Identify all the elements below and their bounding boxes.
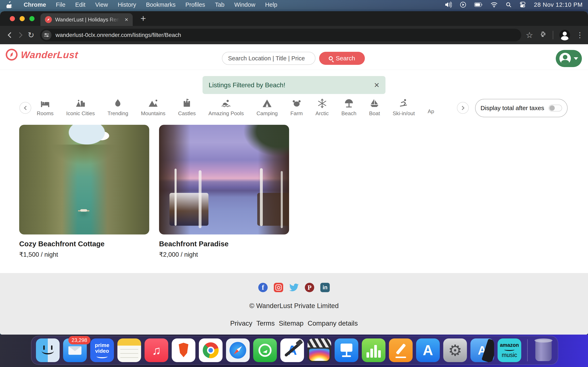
filter-castles[interactable]: Castles — [178, 99, 196, 117]
twitter-icon[interactable] — [289, 283, 299, 292]
menu-tab[interactable]: Tab — [210, 1, 229, 8]
filter-arctic[interactable]: Arctic — [315, 99, 329, 117]
close-window-button[interactable] — [10, 16, 15, 21]
apple-menu-icon[interactable] — [5, 1, 13, 8]
search-button[interactable]: Search — [319, 52, 365, 65]
user-switch-icon[interactable] — [520, 2, 526, 8]
brand-logo[interactable]: WanderLust — [6, 49, 78, 60]
menu-view[interactable]: View — [90, 1, 113, 8]
back-button[interactable] — [4, 30, 15, 40]
filter-iconic-cities[interactable]: Iconic Cities — [66, 99, 95, 117]
dock-item-primevideo[interactable]: primevideo — [90, 338, 114, 362]
menu-window[interactable]: Window — [229, 1, 260, 8]
menu-edit[interactable]: Edit — [70, 1, 90, 8]
toolbar-right: ☆ ⋮ — [526, 30, 584, 40]
dock-item-finalcut[interactable] — [307, 338, 331, 362]
linkedin-icon[interactable]: in — [320, 283, 330, 292]
footer-link-privacy[interactable]: Privacy — [230, 319, 252, 327]
dock-item-mail[interactable]: 23,298 — [63, 338, 87, 362]
filter-ap[interactable]: Ap — [428, 99, 434, 115]
minimize-window-button[interactable] — [20, 16, 25, 21]
filter-label: Arctic — [315, 110, 329, 117]
dock-item-trash[interactable] — [534, 338, 553, 362]
search-input[interactable] — [222, 52, 315, 65]
menu-file[interactable]: File — [51, 1, 70, 8]
dock-item-whatsapp[interactable] — [253, 338, 277, 362]
dock-item-chrome[interactable] — [199, 338, 223, 362]
filter-ski-in-out[interactable]: Ski-in/out — [393, 99, 415, 117]
filters-scroll-right-button[interactable] — [457, 102, 469, 114]
dock-item-devtools[interactable]: A — [470, 338, 494, 362]
dock-item-finder[interactable] — [36, 338, 60, 362]
wifi-icon[interactable] — [491, 2, 498, 8]
taxes-toggle-switch[interactable] — [549, 105, 562, 111]
browser-tab[interactable]: WanderLust | Holidays Rentals × — [40, 13, 133, 26]
filter-label: Amazing Pools — [208, 110, 244, 117]
filter-mountains[interactable]: Mountains — [141, 99, 165, 117]
address-bar[interactable]: wanderlust-0clx.onrender.com/listings/fi… — [40, 29, 521, 42]
bookmark-star-icon[interactable]: ☆ — [526, 31, 533, 39]
dock-item-pages[interactable] — [389, 338, 413, 362]
volume-icon[interactable] — [445, 2, 452, 8]
zoom-window-button[interactable] — [29, 16, 35, 21]
reload-button[interactable]: ↻ — [26, 30, 36, 40]
play-icon[interactable] — [460, 2, 466, 8]
filter-amazing-pools[interactable]: Amazing Pools — [208, 99, 244, 117]
spotlight-search-icon[interactable] — [506, 2, 511, 8]
dock-item-safari[interactable] — [226, 338, 250, 362]
dock-item-keynote[interactable] — [335, 338, 358, 362]
new-tab-button[interactable]: + — [140, 13, 146, 24]
site-settings-icon[interactable] — [42, 30, 52, 40]
filters-scroll-left-button[interactable] — [19, 102, 31, 114]
flame-icon — [113, 99, 123, 108]
listing-card[interactable]: Beachfront Paradise₹2,000 / night — [159, 125, 289, 258]
dock-item-numbers[interactable] — [362, 338, 385, 362]
dock-item-xcode[interactable]: A — [280, 338, 304, 362]
forward-button[interactable] — [15, 30, 26, 40]
listing-photo-jungle[interactable] — [19, 125, 149, 234]
listing-photo-sunset[interactable] — [159, 125, 289, 234]
window-controls — [10, 16, 35, 21]
footer-link-terms[interactable]: Terms — [256, 319, 275, 327]
pinterest-icon[interactable]: P — [305, 283, 314, 292]
filter-beach[interactable]: Beach — [341, 99, 356, 117]
battery-icon[interactable] — [474, 2, 483, 8]
compass-logo-icon — [4, 47, 19, 62]
filter-farm[interactable]: Farm — [290, 99, 303, 117]
instagram-icon[interactable] — [274, 283, 283, 292]
listing-card[interactable]: Cozy Beachfront Cottage₹1,500 / night — [19, 125, 149, 258]
menu-help[interactable]: Help — [260, 1, 282, 8]
menu-bar-clock[interactable]: 28 Nov 12:10 PM — [534, 1, 583, 8]
brand-name: WanderLust — [20, 49, 79, 60]
footer-link-sitemap[interactable]: Sitemap — [279, 319, 303, 327]
filter-label: Ski-in/out — [393, 110, 415, 117]
menu-chrome[interactable]: Chrome — [19, 1, 51, 8]
filter-rooms[interactable]: Rooms — [37, 99, 53, 117]
filter-trending[interactable]: Trending — [108, 99, 129, 117]
url-text[interactable]: wanderlust-0clx.onrender.com/listings/fi… — [56, 32, 181, 38]
menu-profiles[interactable]: Profiles — [181, 1, 210, 8]
filter-label: Farm — [290, 110, 303, 117]
taxes-toggle-box[interactable]: Display total after taxes — [475, 99, 568, 117]
dock-item-notes[interactable] — [117, 338, 141, 362]
dock-item-amazonmusic[interactable]: amazonmusic — [498, 338, 521, 362]
menu-bookmarks[interactable]: Bookmarks — [141, 1, 181, 8]
extensions-icon[interactable] — [539, 31, 546, 39]
flash-message: Listings Filtered by Beach! — [209, 81, 285, 89]
desktop: ChromeFileEditViewHistoryBookmarksProfil… — [0, 0, 588, 367]
dock-item-settings[interactable]: ⚙ — [443, 338, 467, 362]
filter-camping[interactable]: Camping — [256, 99, 278, 117]
browser-profile-avatar[interactable] — [559, 30, 570, 40]
dock-item-appstore[interactable]: A — [416, 338, 440, 362]
footer-link-company-details[interactable]: Company details — [308, 319, 358, 327]
menu-history[interactable]: History — [113, 1, 141, 8]
site-favicon — [45, 16, 52, 23]
tab-close-icon[interactable]: × — [125, 17, 128, 23]
dock-item-brave[interactable] — [172, 338, 195, 362]
flash-close-icon[interactable]: × — [374, 81, 379, 90]
filter-boat[interactable]: Boat — [369, 99, 380, 117]
user-menu-button[interactable] — [556, 50, 582, 67]
facebook-icon[interactable]: f — [258, 283, 268, 292]
browser-menu-icon[interactable]: ⋮ — [576, 33, 584, 37]
dock-item-music[interactable]: ♫ — [145, 338, 168, 362]
